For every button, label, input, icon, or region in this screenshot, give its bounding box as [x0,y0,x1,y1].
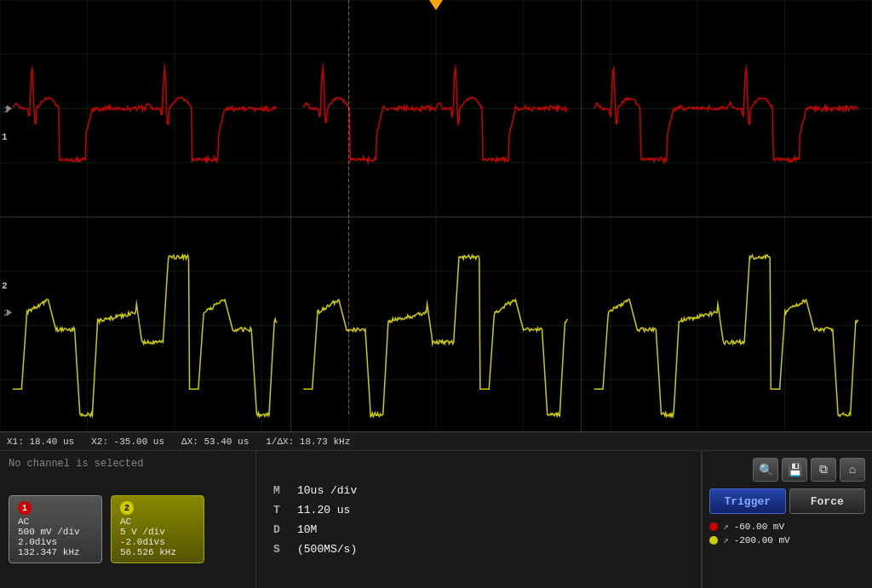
ch1-coupling: AC [18,517,93,527]
channel-badges: 1 AC 500 mV /div 2.0divs 132.347 kHz 2 A… [9,495,247,563]
search-button[interactable]: 🔍 [753,458,778,482]
trigger-force-row: Trigger Force [709,488,865,514]
cursor-dx: ΔX: 53.40 us [181,437,249,447]
ch2-number: 2 [120,501,134,515]
save-button[interactable]: 💾 [782,458,807,482]
ch1-badge[interactable]: 1 AC 500 mV /div 2.0divs 132.347 kHz [9,495,102,563]
trigger-button[interactable]: Trigger [709,488,786,514]
ch2-freq: 56.526 kHz [120,547,195,557]
t-value: 11.20 us [297,504,350,517]
multi-button[interactable]: ⧉ [811,458,836,482]
trigger-marker [429,0,443,10]
ch2-divs: -2.0divs [120,537,195,547]
waveform-canvas [0,0,872,434]
trig-ch1-item: ↗ -60.00 mV [709,521,865,532]
trigger-panel: 🔍 💾 ⧉ ⌂ Trigger Force ↗ -60.00 mV ↗ -200… [702,451,872,588]
mtds-panel: M 10us /div T 11.20 us D 10M S (500MS/s) [255,451,702,588]
ch2-coupling: AC [120,517,195,527]
ch1-trigger-value: -60.00 mV [734,522,784,532]
ch2-voltage: 5 V /div [120,527,195,537]
force-button[interactable]: Force [789,488,866,514]
s-label: S [273,543,289,556]
ch2-trigger-dot [709,536,718,545]
cursor-readout-bar: X1: 18.40 us X2: -35.00 us ΔX: 53.40 us … [0,431,872,450]
oscilloscope-screen: 1 2 X1: 18.40 us X2: -35.00 us ΔX: 53.40… [0,0,872,451]
ch1-divs: 2.0divs [18,537,93,547]
ch2-trigger-value: -200.00 mV [734,535,790,545]
ch1-label: 1 [2,132,8,142]
m-value: 10us /div [297,484,357,497]
ch1-voltage: 500 mV /div [18,527,93,537]
channel-info-panel: No channel is selected 1 AC 500 mV /div … [0,451,255,588]
ch2-badge[interactable]: 2 AC 5 V /div -2.0divs 56.526 kHz [111,495,204,563]
cursor-freq: 1/ΔX: 18.73 kHz [266,437,350,447]
s-value: (500MS/s) [297,543,357,556]
d-label: D [273,523,289,536]
m-label: M [273,484,289,497]
ch2-label: 2 [2,281,8,291]
trigger-channel-levels: ↗ -60.00 mV ↗ -200.00 mV [709,521,865,545]
home-button[interactable]: ⌂ [840,458,865,482]
bottom-panel: No channel is selected 1 AC 500 mV /div … [0,451,872,588]
t-label: T [273,504,289,517]
no-channel-text: No channel is selected [9,458,247,470]
ch1-trigger-dot [709,522,718,531]
cursor-x2: X2: -35.00 us [91,437,164,447]
cursor-x1: X1: 18.40 us [7,437,74,447]
trig-ch2-item: ↗ -200.00 mV [709,534,865,545]
d-value: 10M [297,523,317,536]
ch1-number: 1 [18,501,32,515]
ch1-freq: 132.347 kHz [18,547,93,557]
top-icon-buttons: 🔍 💾 ⧉ ⌂ [709,458,865,482]
